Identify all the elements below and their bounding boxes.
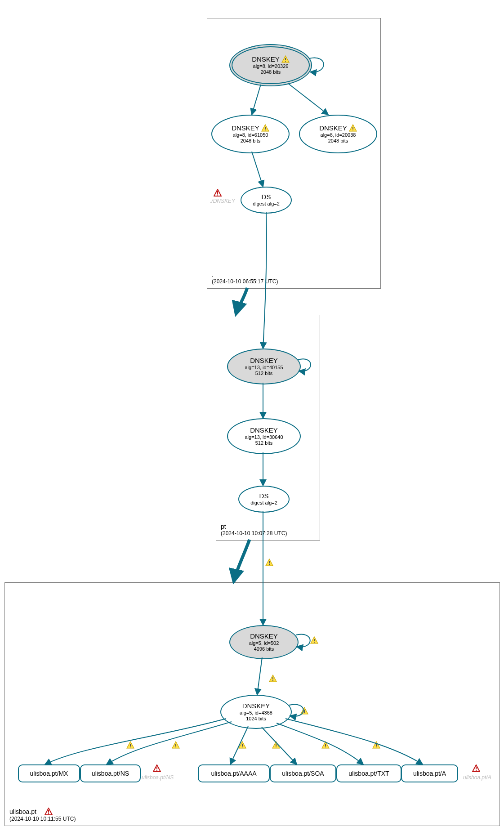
node-detail: alg=8, id=20326 xyxy=(253,63,289,69)
ulisboa-zsk-node[interactable]: DNSKEY alg=5, id=4368 1024 bits xyxy=(220,695,292,729)
warning-icon xyxy=(372,741,380,749)
node-bits: 2048 bits xyxy=(261,69,281,75)
warning-icon xyxy=(281,55,290,63)
node-detail: alg=13, id=40155 xyxy=(245,365,283,371)
label: DS xyxy=(259,492,269,500)
zone-timestamp: (2024-10-10 06:55:17 UTC) xyxy=(212,278,278,285)
node-title: DNSKEY xyxy=(232,124,269,132)
label: DNSKEY xyxy=(232,124,259,132)
warning-icon xyxy=(310,636,318,644)
node-detail: alg=13, id=30640 xyxy=(245,434,283,440)
warning-icon xyxy=(269,675,277,683)
node-bits: 1024 bits xyxy=(246,716,266,722)
node-bits: 4096 bits xyxy=(254,646,274,652)
error-icon xyxy=(472,764,480,773)
node-bits: 512 bits xyxy=(255,440,273,446)
warning-icon xyxy=(265,559,273,567)
warning-icon xyxy=(238,741,246,749)
warning-icon xyxy=(349,124,357,132)
warning-icon xyxy=(172,741,180,749)
node-bits: 2048 bits xyxy=(328,138,348,144)
ghost-a: ulisboa.pt/A xyxy=(463,774,491,781)
rr-a[interactable]: ulisboa.pt/A xyxy=(401,764,458,782)
zone-name: ulisboa.pt xyxy=(9,808,36,815)
root-ds-node[interactable]: DS digest alg=2 xyxy=(241,187,292,214)
root-ksk-node[interactable]: DNSKEY alg=8, id=20326 2048 bits xyxy=(229,44,312,86)
pt-zsk-node[interactable]: DNSKEY alg=13, id=30640 512 bits xyxy=(227,418,301,454)
warning-icon xyxy=(261,124,269,132)
zone-timestamp: (2024-10-10 10:11:55 UTC) xyxy=(9,816,76,822)
node-detail: alg=8, id=20038 xyxy=(321,132,356,138)
node-title: DNSKEY xyxy=(252,55,290,63)
root-zsk2-node[interactable]: DNSKEY alg=8, id=20038 2048 bits xyxy=(299,115,377,153)
error-icon xyxy=(214,189,222,197)
error-icon xyxy=(45,808,53,816)
label: DS xyxy=(262,193,271,201)
label: DNSKEY xyxy=(242,702,270,710)
node-detail: alg=5, id=502 xyxy=(249,640,279,646)
node-bits: 2048 bits xyxy=(241,138,261,144)
node-detail: digest alg=2 xyxy=(253,201,280,207)
rr-soa[interactable]: ulisboa.pt/SOA xyxy=(270,764,336,782)
node-title: DNSKEY xyxy=(319,124,357,132)
zone-name: pt xyxy=(221,523,287,530)
rr-ns[interactable]: ulisboa.pt/NS xyxy=(80,764,141,782)
warning-icon xyxy=(300,707,308,715)
label: DNSKEY xyxy=(250,357,278,365)
zone-name: . xyxy=(212,271,278,278)
ulisboa-ksk-node[interactable]: DNSKEY alg=5, id=502 4096 bits xyxy=(229,625,299,659)
pt-ksk-node[interactable]: DNSKEY alg=13, id=40155 512 bits xyxy=(227,349,301,384)
warning-icon xyxy=(321,741,330,749)
root-zsk1-node[interactable]: DNSKEY alg=8, id=61050 2048 bits xyxy=(211,115,290,153)
node-bits: 512 bits xyxy=(255,371,273,376)
node-detail: digest alg=2 xyxy=(250,500,277,506)
ghost-ns: ulisboa.pt/NS xyxy=(142,774,174,781)
zone-timestamp: (2024-10-10 10:07:28 UTC) xyxy=(221,530,287,536)
rr-txt[interactable]: ulisboa.pt/TXT xyxy=(336,764,401,782)
rr-mx[interactable]: ulisboa.pt/MX xyxy=(18,764,80,782)
warning-icon xyxy=(126,741,134,749)
label: DNSKEY xyxy=(319,124,347,132)
error-icon xyxy=(153,764,161,773)
warning-icon xyxy=(272,741,280,749)
label: DNSKEY xyxy=(250,426,278,434)
zone-label-root: . (2024-10-10 06:55:17 UTC) xyxy=(212,271,278,285)
node-detail: alg=8, id=61050 xyxy=(233,132,268,138)
rr-aaaa[interactable]: ulisboa.pt/AAAA xyxy=(198,764,270,782)
zone-label-pt: pt (2024-10-10 10:07:28 UTC) xyxy=(221,523,287,536)
node-detail: alg=5, id=4368 xyxy=(240,710,272,716)
label: DNSKEY xyxy=(250,632,278,640)
zone-label-ulisboa: ulisboa.pt (2024-10-10 10:11:55 UTC) xyxy=(9,808,76,822)
pt-ds-node[interactable]: DS digest alg=2 xyxy=(238,486,290,513)
ghost-root-dnskey: ./DNSKEY xyxy=(210,198,235,204)
label: DNSKEY xyxy=(252,55,280,63)
